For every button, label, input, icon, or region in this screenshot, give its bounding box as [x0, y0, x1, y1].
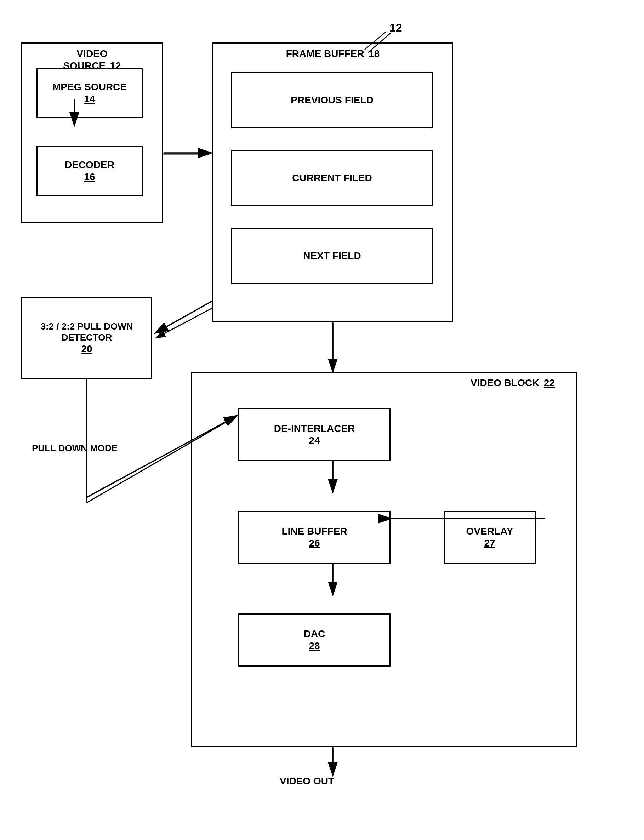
pulldown-detector-num: 20	[81, 343, 92, 355]
frame-buffer-outer: FRAME BUFFER 18 PREVIOUS FIELD CURRENT F…	[212, 43, 453, 322]
dac-box: DAC 28	[238, 614, 391, 666]
overlay-num: 27	[484, 537, 495, 550]
svg-line-18	[156, 301, 212, 333]
video-block-label: VIDEO BLOCK	[470, 377, 539, 388]
video-block-num: 22	[544, 377, 555, 388]
dac-num: 28	[309, 640, 320, 652]
line-buffer-num: 26	[309, 537, 320, 550]
video-source-label: VIDEO SOURCE	[63, 48, 107, 71]
next-field-box: NEXT FIELD	[231, 228, 433, 284]
ref-10: 12	[389, 21, 402, 34]
video-out-label: VIDEO OUT	[280, 776, 334, 787]
de-interlacer-label: DE-INTERLACER	[274, 423, 355, 435]
de-interlacer-box: DE-INTERLACER 24	[238, 408, 391, 461]
decoder-box: DECODER 16	[36, 146, 143, 196]
overlay-box: OVERLAY 27	[444, 511, 536, 564]
current-filed-box: CURRENT FILED	[231, 150, 433, 207]
mpeg-source-num: 14	[84, 93, 95, 105]
decoder-label: DECODER	[65, 159, 114, 171]
mpeg-source-box: MPEG SOURCE 14	[36, 68, 143, 118]
video-source-outer: VIDEO SOURCE 12 MPEG SOURCE 14 DECODER 1…	[21, 43, 163, 223]
overlay-label: OVERLAY	[466, 525, 513, 537]
previous-field-label: PREVIOUS FIELD	[291, 94, 373, 106]
de-interlacer-num: 24	[309, 435, 320, 447]
pull-down-mode-label: PULL DOWN MODE	[32, 443, 118, 454]
pulldown-detector-label: 3:2 / 2:2 PULL DOWN DETECTOR	[22, 321, 151, 343]
previous-field-box: PREVIOUS FIELD	[231, 72, 433, 128]
video-out-container: VIDEO OUT	[280, 775, 334, 787]
line-buffer-label: LINE BUFFER	[281, 525, 347, 537]
mpeg-source-label: MPEG SOURCE	[53, 81, 127, 93]
current-filed-label: CURRENT FILED	[292, 172, 372, 184]
diagram: 12 VIDEO SOURCE 12 MPEG SOURCE 14 DECODE…	[0, 0, 644, 840]
video-block-outer: VIDEO BLOCK 22 DE-INTERLACER 24 LINE BUF…	[191, 372, 577, 747]
frame-buffer-label: FRAME BUFFER	[286, 48, 364, 59]
decoder-num: 16	[84, 171, 95, 183]
dac-label: DAC	[304, 628, 325, 640]
svg-line-5	[156, 308, 212, 338]
line-buffer-box: LINE BUFFER 26	[238, 511, 391, 564]
pulldown-detector-box: 3:2 / 2:2 PULL DOWN DETECTOR 20	[21, 297, 152, 379]
next-field-label: NEXT FIELD	[303, 250, 361, 262]
frame-buffer-num: 18	[368, 48, 380, 59]
